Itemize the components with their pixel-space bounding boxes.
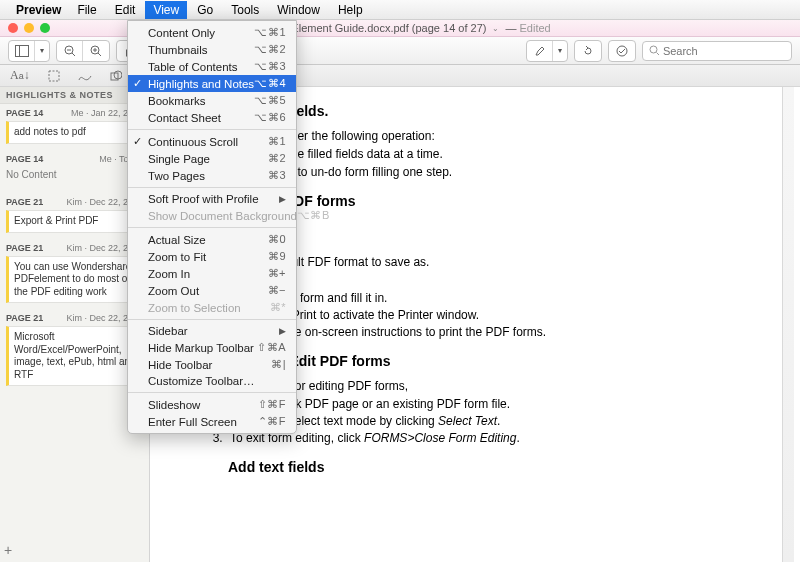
menu-item-label: Single Page — [148, 153, 210, 165]
submenu-arrow-icon: ▶ — [279, 326, 286, 336]
note-body[interactable]: Export & Print PDF — [6, 210, 143, 233]
menu-item[interactable]: Table of Contents⌥⌘3 — [128, 58, 296, 75]
shortcut-label: ⌘0 — [268, 233, 286, 246]
menu-item[interactable]: Enter Full Screen⌃⌘F — [128, 413, 296, 430]
svg-line-14 — [657, 53, 659, 56]
note-body[interactable]: Microsoft Word/Excel/PowerPoint, image, … — [6, 326, 143, 386]
selection-tool-button[interactable] — [44, 68, 64, 84]
list-item: Change to select text mode by clicking S… — [226, 414, 772, 428]
menu-item: Zoom to Selection⌘* — [128, 299, 296, 316]
shortcut-label: ⌘9 — [268, 250, 286, 263]
menu-item[interactable]: Content Only⌥⌘1 — [128, 24, 296, 41]
svg-rect-15 — [49, 71, 59, 81]
menu-item[interactable]: Bookmarks⌥⌘5 — [128, 92, 296, 109]
rotate-button[interactable] — [575, 41, 601, 61]
menu-tools[interactable]: Tools — [223, 1, 267, 19]
scrollbar[interactable] — [782, 87, 794, 562]
markup-toolbar: Aa↓ ▾ — [0, 65, 800, 87]
menu-item[interactable]: Thumbnails⌥⌘2 — [128, 41, 296, 58]
menu-window[interactable]: Window — [269, 1, 328, 19]
selection-icon — [48, 70, 60, 82]
highlight-dropdown[interactable]: ▾ — [553, 41, 567, 61]
menu-item[interactable]: Hide Toolbar⌘| — [128, 356, 296, 373]
menu-item-label: Contact Sheet — [148, 112, 221, 124]
zoom-out-button[interactable] — [57, 41, 83, 61]
shapes-icon — [110, 70, 122, 82]
submenu-arrow-icon: ▶ — [279, 194, 286, 204]
shortcut-label: ⌥⌘4 — [254, 77, 286, 90]
list-item: Click FILE>Print to activate the Printer… — [226, 308, 772, 322]
sketch-tool-button[interactable] — [74, 68, 96, 84]
menu-item[interactable]: ✓Continuous Scroll⌘1 — [128, 133, 296, 150]
menu-item-label: Soft Proof with Profile — [148, 193, 259, 205]
window-titlebar: PDF Element Guide.docx.pdf (page 14 of 2… — [0, 20, 800, 37]
heading: om form fields. — [228, 103, 772, 119]
menu-item-label: Zoom to Fit — [148, 251, 206, 263]
search-input[interactable] — [663, 45, 785, 57]
zoom-window-button[interactable] — [40, 23, 50, 33]
main-toolbar: ▾ ▾ — [0, 37, 800, 65]
list-item: Open a blank PDF page or an existing PDF… — [226, 397, 772, 411]
note-body[interactable]: No Content — [6, 167, 143, 188]
shortcut-label: ⌘− — [268, 284, 286, 297]
heading: Add text fields — [228, 459, 772, 475]
menu-item[interactable]: Contact Sheet⌥⌘6 — [128, 109, 296, 126]
svg-rect-0 — [15, 45, 28, 56]
menu-item[interactable]: ✓Highlights and Notes⌥⌘4 — [128, 75, 296, 92]
menu-item[interactable]: Single Page⌘2 — [128, 150, 296, 167]
note-body[interactable]: You can use Wondershare PDFelement to do… — [6, 256, 143, 304]
menu-item[interactable]: Soft Proof with Profile▶ — [128, 191, 296, 207]
menu-view[interactable]: View — [145, 1, 187, 19]
menu-item-label: Continuous Scroll — [148, 136, 238, 148]
menu-item[interactable]: Actual Size⌘0 — [128, 231, 296, 248]
menu-edit[interactable]: Edit — [107, 1, 144, 19]
menu-item[interactable]: Zoom Out⌘− — [128, 282, 296, 299]
list-item: Follow up the on-screen instructions to … — [226, 325, 772, 339]
markup-toggle-button[interactable] — [609, 41, 635, 61]
menu-file[interactable]: File — [69, 1, 104, 19]
sidebar-toggle-button[interactable] — [9, 41, 35, 61]
close-window-button[interactable] — [8, 23, 18, 33]
add-note-button[interactable]: + — [4, 542, 12, 558]
sidebar-mode-dropdown[interactable]: ▾ — [35, 41, 49, 61]
shortcut-label: ⌘* — [270, 301, 286, 314]
shortcut-label: ⌥⌘2 — [254, 43, 286, 56]
document-edited-label: — Edited — [505, 22, 550, 34]
menu-item-label: Hide Markup Toolbar — [148, 342, 254, 354]
app-name[interactable]: Preview — [16, 3, 61, 17]
highlighter-icon — [534, 45, 546, 57]
menu-item[interactable]: Customize Toolbar… — [128, 373, 296, 389]
menu-item[interactable]: Zoom to Fit⌘9 — [128, 248, 296, 265]
check-icon: ✓ — [133, 77, 142, 90]
menu-item-label: Show Document Background — [148, 210, 297, 222]
search-field[interactable] — [642, 41, 792, 61]
zoom-in-button[interactable] — [83, 41, 109, 61]
shortcut-label: ⌥⌘6 — [254, 111, 286, 124]
shortcut-label: ⌘+ — [268, 267, 286, 280]
highlight-button[interactable] — [527, 41, 553, 61]
note-body[interactable]: add notes to pdf — [6, 121, 143, 144]
list-item: Open a PDF form and fill it in. — [226, 291, 772, 305]
document-title: PDF Element Guide.docx.pdf (page 14 of 2… — [266, 22, 486, 34]
menu-item-label: Bookmarks — [148, 95, 206, 107]
shortcut-label: ⌥⌘5 — [254, 94, 286, 107]
sidebar-icon — [15, 45, 29, 57]
menu-go[interactable]: Go — [189, 1, 221, 19]
text-style-button[interactable]: Aa↓ — [6, 66, 34, 85]
shortcut-label: ⌥⌘3 — [254, 60, 286, 73]
minimize-window-button[interactable] — [24, 23, 34, 33]
menu-item[interactable]: Two Pages⌘3 — [128, 167, 296, 184]
menu-item[interactable]: Hide Markup Toolbar⇧⌘A — [128, 339, 296, 356]
shortcut-label: ⌘1 — [268, 135, 286, 148]
menu-item[interactable]: Slideshow⇧⌘F — [128, 396, 296, 413]
ordered-list: Open a blank PDF page or an existing PDF… — [226, 397, 772, 445]
menu-item-label: Sidebar — [148, 325, 188, 337]
menu-item[interactable]: Sidebar▶ — [128, 323, 296, 339]
title-dropdown-icon[interactable]: ⌄ — [492, 24, 499, 33]
shapes-button[interactable] — [106, 68, 126, 84]
menu-item[interactable]: Zoom In⌘+ — [128, 265, 296, 282]
svg-line-3 — [72, 53, 75, 56]
menu-item: Show Document Background⌥⌘B — [128, 207, 296, 224]
menu-help[interactable]: Help — [330, 1, 371, 19]
menu-item-label: Enter Full Screen — [148, 416, 237, 428]
